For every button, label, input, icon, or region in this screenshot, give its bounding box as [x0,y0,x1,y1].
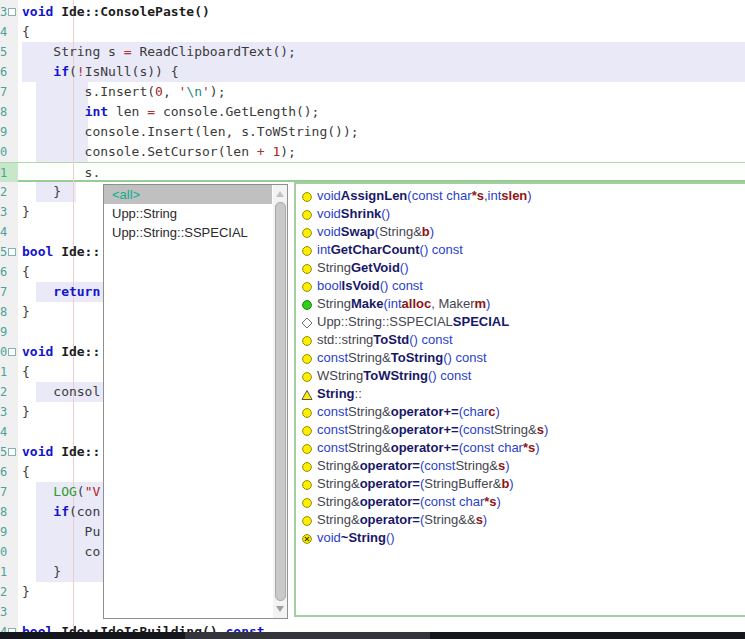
scope-list-item[interactable]: Upp::String::SSPECIAL [104,223,272,242]
line-number: 9 [0,122,7,142]
gutter-cell[interactable]: 6 [0,462,18,482]
gutter-cell[interactable]: 2 [0,582,18,602]
gutter-cell[interactable]: 5 [0,242,18,262]
gutter-cell[interactable]: 3 [0,602,18,622]
gutter-cell[interactable]: 6 [0,262,18,282]
code-line[interactable]: 6 if(!IsNull(s)) { [0,62,745,82]
completion-item[interactable]: String& operator=(String&& s) [296,511,745,529]
member-segment: const [317,439,348,457]
code-text: void Ide::ConsolePaste() [22,2,210,22]
gutter-cell[interactable]: 0 [0,142,18,162]
member-segment: ) [509,475,513,493]
gutter-cell[interactable]: 1 [0,362,18,382]
gutter-cell[interactable]: 4 [0,22,18,42]
code-line[interactable]: 9 console.Insert(len, s.ToWString()); [0,122,745,142]
completion-item[interactable]: std::string ToStd() const [296,331,745,349]
completion-item[interactable]: void ~String() [296,529,745,547]
completion-item[interactable]: Upp::String::SSPECIAL SPECIAL [296,313,745,331]
member-segment: s [498,457,505,475]
fold-marker-icon[interactable] [8,448,16,456]
completion-member-list[interactable]: void AssignLen(const char *s, int slen)v… [294,182,745,617]
line-number: 2 [0,382,7,402]
completion-item[interactable]: String& operator=(const String& s) [296,457,745,475]
completion-item[interactable]: String GetVoid() [296,259,745,277]
code-segment [53,444,61,459]
line-number: 7 [0,482,7,502]
completion-item[interactable]: String& operator=(StringBuffer& b) [296,475,745,493]
code-line[interactable]: 5 String s = ReadClipboardText(); [0,42,745,62]
completion-item[interactable]: void Shrink() [296,205,745,223]
code-segment: } [22,564,61,579]
scrollbar-thumb[interactable] [275,202,286,601]
gutter-cell[interactable]: 8 [0,102,18,122]
scope-list-item[interactable]: Upp::String [104,204,272,223]
fold-marker-icon[interactable] [8,248,16,256]
scroll-up-icon[interactable] [276,191,284,197]
ide-editor-window: 3void Ide::ConsolePaste()4{5 String s = … [0,0,745,639]
fold-marker-icon[interactable] [8,348,16,356]
scroll-down-icon[interactable] [276,606,284,612]
completion-item[interactable]: int GetCharCount() const [296,241,745,259]
code-line[interactable]: 4{ [0,22,745,42]
code-segment: } [22,404,30,419]
gutter-cell[interactable]: 7 [0,482,18,502]
scope-list-item[interactable]: <all> [104,185,272,204]
gutter-cell[interactable]: 8 [0,502,18,522]
completion-item[interactable]: const String& operator+=(char c) [296,403,745,421]
completion-item[interactable]: WString ToWString() const [296,367,745,385]
gutter-cell[interactable]: 9 [0,322,18,342]
completion-item[interactable]: const String& operator+=(const String& s… [296,421,745,439]
gutter-cell[interactable]: 5 [0,42,18,62]
gutter-cell[interactable]: 9 [0,122,18,142]
fold-marker-icon[interactable] [8,8,16,16]
code-segment: return [53,284,100,299]
scrollbar[interactable] [273,185,287,618]
completion-item[interactable]: const String& ToString() const [296,349,745,367]
code-text: { [22,262,30,282]
gutter-cell[interactable]: 2 [0,182,18,202]
method-icon [301,208,314,220]
bottom-window-edge [0,632,745,639]
code-segment: ! [77,64,85,79]
gutter-cell[interactable]: 1 [0,562,18,582]
completion-item[interactable]: String:: [296,385,745,403]
gutter-cell[interactable]: 9 [0,522,18,542]
completion-scope-list[interactable]: <all>Upp::StringUpp::String::SSPECIAL [103,184,288,619]
member-segment: Make [351,295,384,313]
member-segment: operator+= [391,421,459,439]
gutter-cell[interactable]: 8 [0,302,18,322]
member-segment: void [317,223,341,241]
code-line[interactable]: 7 s.Insert(0, '\n'); [0,82,745,102]
gutter-cell[interactable]: 7 [0,82,18,102]
code-segment: bool [22,244,53,259]
code-line[interactable]: 1 s. [0,162,745,182]
completion-item[interactable]: void AssignLen(const char *s, int slen) [296,187,745,205]
code-line[interactable]: 3void Ide::ConsolePaste() [0,2,745,22]
completion-item[interactable]: String Make(int alloc, Maker m) [296,295,745,313]
gutter-cell[interactable]: 3 [0,202,18,222]
type-diamond-icon [301,316,314,328]
gutter-cell[interactable]: 0 [0,542,18,562]
gutter-cell[interactable]: 4 [0,422,18,442]
line-number: 4 [0,422,7,442]
gutter-cell[interactable]: 3 [0,402,18,422]
gutter-cell[interactable]: 7 [0,282,18,302]
code-segment: Ide::ConsolePaste() [61,4,210,19]
completion-item[interactable]: bool IsVoid() const [296,277,745,295]
code-line[interactable]: 0 console.SetCursor(len + 1); [0,142,745,162]
gutter-cell[interactable]: 1 [0,163,18,183]
gutter-cell[interactable]: 4 [0,222,18,242]
gutter-cell[interactable]: 0 [0,342,18,362]
gutter-cell[interactable]: 6 [0,62,18,82]
member-segment: String& [348,403,391,421]
code-segment: LOG [53,484,76,499]
completion-item[interactable]: String& operator=(const char *s) [296,493,745,511]
gutter-cell[interactable]: 5 [0,442,18,462]
gutter-cell[interactable]: 3 [0,2,18,22]
code-line[interactable]: 8 int len = console.GetLength(); [0,102,745,122]
completion-item[interactable]: void Swap(String& b) [296,223,745,241]
gutter-cell[interactable]: 2 [0,382,18,402]
completion-item[interactable]: const String& operator+=(const char *s) [296,439,745,457]
member-segment: operator= [360,457,420,475]
member-segment: ~String [341,529,386,547]
